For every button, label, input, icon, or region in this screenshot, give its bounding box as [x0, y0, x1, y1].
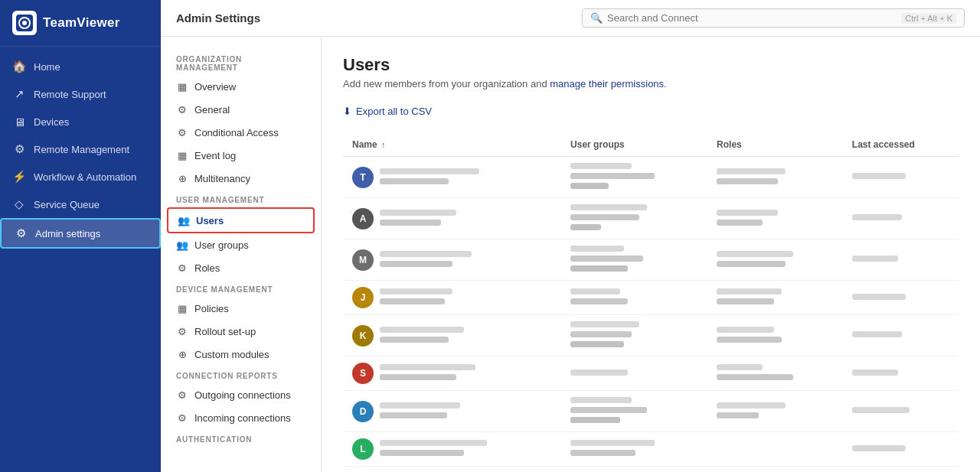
logo-text: TeamViewer: [43, 15, 120, 31]
sec-nav-conditional-access[interactable]: ⚙ Conditional Access: [161, 121, 321, 144]
svg-point-1: [22, 21, 27, 25]
sec-icon-outgoing-connections: ⚙: [176, 389, 188, 401]
sidebar-item-remote-management[interactable]: ⚙ Remote Management: [0, 135, 161, 163]
subtitle-end: .: [664, 78, 667, 90]
export-csv-button[interactable]: ⬇ Export all to CSV: [343, 102, 432, 121]
last-accessed-cell-3: [843, 281, 959, 315]
sidebar-item-home[interactable]: 🏠 Home: [0, 53, 161, 80]
user-name-cell-3: J: [343, 281, 561, 315]
sec-icon-general: ⚙: [176, 103, 188, 116]
roles-cell-0: [707, 157, 843, 198]
sec-label-general: General: [194, 104, 230, 116]
sec-nav-event-log[interactable]: ▦ Event log: [161, 144, 321, 167]
user-row-4: K: [352, 325, 552, 347]
roles-cell-7: [707, 432, 843, 467]
user-name-cell-6: D: [343, 391, 561, 432]
user-info-0: [380, 168, 479, 187]
sidebar-item-admin-settings[interactable]: ⚙ Admin settings: [0, 218, 161, 249]
table-body: T A M J K S D: [343, 157, 959, 473]
sec-nav-multitenancy[interactable]: ⊕ Multitenancy: [161, 167, 321, 190]
sec-nav-roles[interactable]: ⚙ Roles: [161, 256, 321, 279]
topbar-title: Admin Settings: [176, 11, 260, 24]
topbar: Admin Settings 🔍 Ctrl + Alt + K: [161, 0, 980, 37]
user-name-line1-6: [380, 402, 460, 409]
sec-nav-users[interactable]: 👥 Users: [167, 207, 315, 233]
last-accessed-cell-4: [843, 315, 959, 356]
user-name-cell-1: A: [343, 198, 561, 239]
sec-icon-rollout-setup: ⚙: [176, 325, 188, 337]
user-name-cell-2: M: [343, 239, 561, 281]
subtitle-link[interactable]: manage their permissions: [550, 78, 664, 90]
user-name-line1-1: [380, 210, 456, 216]
content-split: ORGANIZATION MANAGEMENT▦ Overview⚙ Gener…: [161, 37, 980, 472]
last-accessed-cell-2: [843, 239, 959, 281]
sec-nav-rollout-setup[interactable]: ⚙ Rollout set-up: [161, 320, 321, 343]
avatar-2: M: [352, 249, 374, 271]
user-row-6: D: [352, 401, 552, 422]
col-last-accessed: Last accessed: [843, 133, 959, 157]
table-row: M: [343, 239, 959, 281]
avatar-7: L: [352, 438, 374, 460]
sec-label-incoming-connections: Incoming connections: [194, 412, 291, 424]
user-row-3: J: [352, 287, 552, 308]
sec-label-event-log: Event log: [194, 150, 236, 161]
table-row: L: [343, 432, 959, 467]
avatar-4: K: [352, 325, 374, 347]
sidebar-label-home: Home: [34, 61, 60, 73]
roles-cell-2: [707, 239, 843, 281]
user-name-line2-6: [380, 412, 447, 418]
sec-section-user-management: USER MANAGEMENT: [161, 190, 321, 207]
user-info-7: [380, 440, 487, 458]
sec-label-users: Users: [196, 215, 224, 226]
sidebar-label-admin-settings: Admin settings: [35, 228, 100, 239]
user-name-line1-5: [380, 364, 475, 370]
sec-nav-overview[interactable]: ▦ Overview: [161, 75, 321, 98]
search-bar[interactable]: 🔍 Ctrl + Alt + K: [582, 8, 965, 28]
user-row-5: S: [352, 363, 552, 384]
sidebar-item-workflow-automation[interactable]: ⚡ Workflow & Automation: [0, 163, 161, 190]
sidebar-label-workflow-automation: Workflow & Automation: [34, 171, 136, 183]
nav-icon-devices: 🖥: [12, 115, 26, 129]
search-shortcut: Ctrl + Alt + K: [901, 13, 956, 24]
table-row: S: [343, 356, 959, 391]
last-accessed-cell-6: [843, 391, 959, 432]
search-icon: 🔍: [590, 12, 603, 24]
sec-nav-user-groups[interactable]: 👥 User groups: [161, 233, 321, 256]
col-name[interactable]: Name ↑: [343, 133, 561, 157]
user-name-line2-3: [380, 298, 445, 304]
user-info-3: [380, 288, 452, 307]
table-row: D: [343, 391, 959, 432]
sec-label-conditional-access: Conditional Access: [194, 127, 279, 138]
sidebar: TeamViewer 🏠 Home↗ Remote Support🖥 Devic…: [0, 0, 161, 472]
sec-label-user-groups: User groups: [194, 239, 249, 251]
sec-icon-custom-modules: ⊕: [176, 348, 188, 360]
sidebar-item-service-queue[interactable]: ◇ Service Queue: [0, 190, 161, 218]
user-name-line2-5: [380, 374, 456, 380]
last-accessed-cell-5: [843, 356, 959, 391]
secondary-sidebar: ORGANIZATION MANAGEMENT▦ Overview⚙ Gener…: [161, 37, 322, 472]
sidebar-nav: 🏠 Home↗ Remote Support🖥 Devices⚙ Remote …: [0, 47, 161, 472]
col-user-groups: User groups: [561, 133, 707, 157]
sec-nav-general[interactable]: ⚙ General: [161, 98, 321, 121]
header-row: Name ↑ User groups Roles Last accessed: [343, 133, 959, 157]
sidebar-item-devices[interactable]: 🖥 Devices: [0, 108, 161, 135]
sec-nav-incoming-connections[interactable]: ⚙ Incoming connections: [161, 406, 321, 429]
search-input[interactable]: [607, 12, 897, 24]
col-roles: Roles: [707, 133, 843, 157]
sec-section-connection-reports: CONNECTION REPORTS: [161, 366, 321, 383]
user-name-cell-4: K: [343, 315, 561, 356]
table-row: J: [343, 281, 959, 315]
logo: TeamViewer: [0, 0, 161, 47]
teamviewer-logo-icon: [12, 11, 37, 35]
user-name-cell-5: S: [343, 356, 561, 391]
sidebar-item-remote-support[interactable]: ↗ Remote Support: [0, 80, 161, 108]
sec-nav-custom-modules[interactable]: ⊕ Custom modules: [161, 343, 321, 366]
sec-nav-policies[interactable]: ▦ Policies: [161, 297, 321, 320]
last-accessed-cell-0: [843, 157, 959, 198]
sec-nav-outgoing-connections[interactable]: ⚙ Outgoing connections: [161, 383, 321, 406]
table-row: T: [343, 157, 959, 198]
user-groups-cell-5: [561, 356, 707, 391]
table-header: Name ↑ User groups Roles Last accessed: [343, 133, 959, 157]
user-row-0: T: [352, 167, 552, 188]
user-row-2: M: [352, 249, 552, 271]
